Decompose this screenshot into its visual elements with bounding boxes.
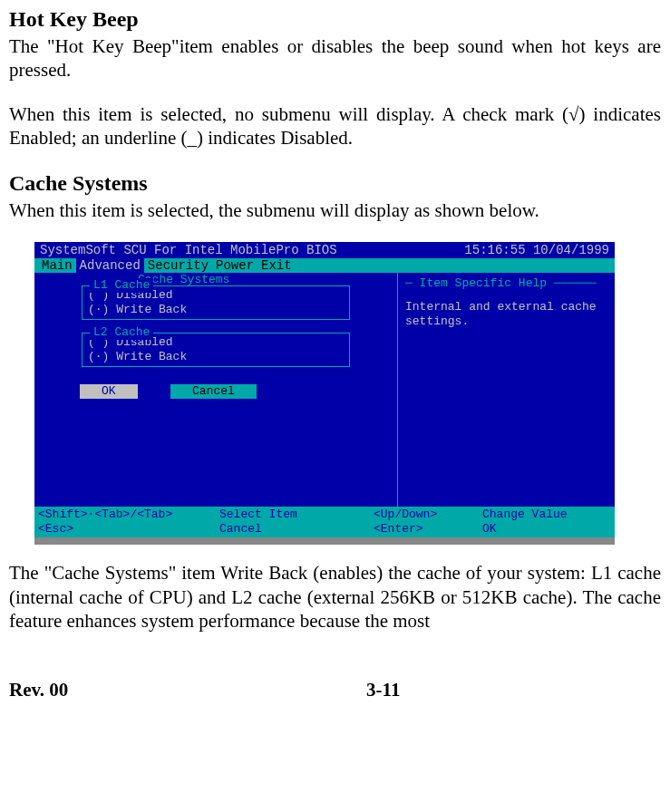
ok-button[interactable]: OK	[80, 384, 138, 399]
hot-key-beep-para2: When this item is selected, no submenu w…	[9, 102, 661, 150]
cache-systems-para1: When this item is selected, the submenu …	[9, 198, 661, 222]
footer-cancel: Cancel	[219, 522, 374, 536]
footer-enter: <Enter>	[374, 522, 482, 536]
footer-select-item: Select Item	[219, 508, 374, 522]
footer-updown: <Up/Down>	[374, 508, 482, 522]
page-number: 3-11	[366, 678, 400, 701]
bios-body: Cache Systems L1 Cache ( ) Disabled (·) …	[34, 273, 615, 507]
l2-writeback-option[interactable]: (·) Write Back	[88, 350, 344, 364]
bios-title-bar: SystemSoft SCU For Intel MobilePro BIOS …	[34, 242, 615, 258]
bios-menu-bar: MainAdvancedSecurityPowerExit	[34, 258, 615, 273]
help-title: Item Specific Help	[405, 276, 607, 291]
bios-screenshot: SystemSoft SCU For Intel MobilePro BIOS …	[34, 242, 615, 545]
bios-left-panel: Cache Systems L1 Cache ( ) Disabled (·) …	[34, 273, 397, 507]
bios-help-panel: Item Specific Help Internal and external…	[397, 273, 615, 507]
footer-esc: <Esc>	[38, 522, 219, 536]
cache-systems-heading: Cache Systems	[9, 169, 661, 197]
l1-writeback-option[interactable]: (·) Write Back	[88, 303, 344, 317]
bios-buttons: OK Cancel	[80, 383, 397, 399]
footer-shift-tab: <Shift>·<Tab>/<Tab>	[38, 508, 219, 522]
l1-cache-title: L1 Cache	[90, 278, 153, 293]
menu-security[interactable]: Security	[144, 258, 212, 273]
bios-bottom-strip	[34, 537, 615, 545]
l2-cache-group: L2 Cache ( ) Disabled (·) Write Back	[82, 333, 350, 367]
menu-exit[interactable]: Exit	[257, 258, 296, 273]
footer-change-value: Change Value	[482, 508, 611, 522]
page-footer: Rev. 00 3-11	[9, 678, 400, 701]
menu-advanced[interactable]: Advanced	[76, 258, 144, 273]
hot-key-beep-heading: Hot Key Beep	[9, 5, 661, 33]
menu-main[interactable]: Main	[38, 258, 76, 273]
bios-footer: <Shift>·<Tab>/<Tab> <Esc> Select Item Ca…	[34, 507, 615, 537]
menu-power[interactable]: Power	[212, 258, 257, 273]
cache-systems-para2: The "Cache Systems" item Write Back (ena…	[9, 561, 661, 633]
l1-cache-group: L1 Cache ( ) Disabled (·) Write Back	[82, 285, 350, 320]
cancel-button[interactable]: Cancel	[170, 384, 257, 399]
help-body: Internal and external cache settings.	[405, 300, 607, 329]
hot-key-beep-para1: The "Hot Key Beep"item enables or disabl…	[9, 34, 661, 82]
bios-datetime: 15:16:55 10/04/1999	[464, 243, 609, 257]
l2-cache-title: L2 Cache	[90, 325, 153, 340]
revision-label: Rev. 00	[9, 678, 68, 701]
bios-title-text: SystemSoft SCU For Intel MobilePro BIOS	[40, 243, 337, 257]
footer-ok: OK	[482, 522, 611, 536]
